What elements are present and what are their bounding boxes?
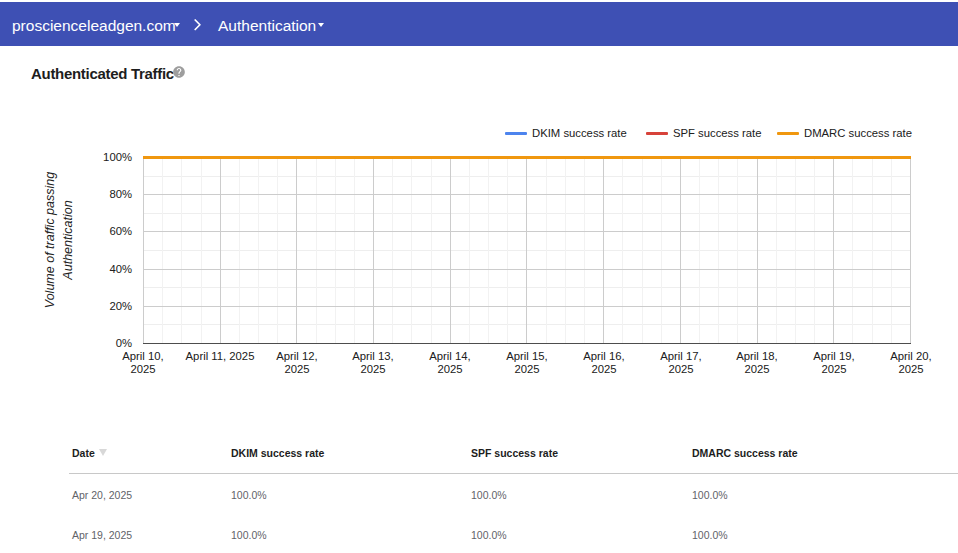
svg-text:Volume of traffic passing: Volume of traffic passing: [43, 172, 57, 308]
svg-text:Authentication: Authentication: [61, 200, 75, 280]
